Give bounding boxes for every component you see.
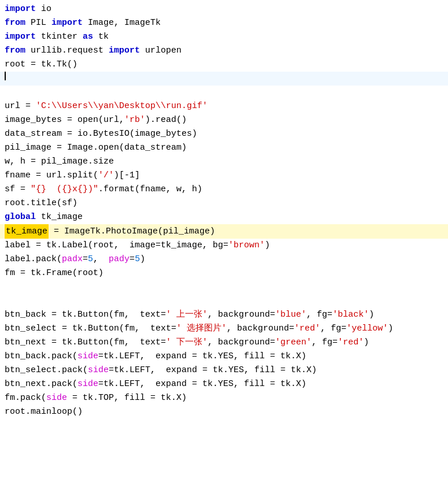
keyword: as	[83, 30, 93, 43]
code-line-24: btn_select.pack(side=tk.LEFT, expand = t…	[0, 363, 448, 377]
keyword: from	[5, 44, 25, 57]
keyword: import	[51, 16, 83, 29]
keyword: import	[109, 44, 140, 57]
code-line-4: from urllib.request import urlopen	[0, 44, 448, 58]
string-literal: ' 选择图片'	[176, 322, 227, 335]
code-line-16: tk_image = ImageTk.PhotoImage(pil_image)	[0, 224, 448, 239]
param: side	[88, 363, 109, 377]
string-literal: 'red'	[338, 336, 364, 349]
code-line-13: sf = "{} ({}x{})".format(fname, w, h)	[0, 183, 448, 196]
text-cursor	[5, 72, 6, 80]
code-line-15: global tk_image	[0, 210, 448, 224]
code-editor[interactable]: import io from PIL import Image, ImageTk…	[0, 0, 448, 486]
string-literal: 'rb'	[124, 113, 145, 127]
code-line-5: root = tk.Tk()	[0, 58, 448, 72]
code-line-11: w, h = pil_image.size	[0, 155, 448, 169]
code-line-17: label = tk.Label(root, image=tk_image, b…	[0, 239, 448, 253]
string-literal: 'black'	[332, 308, 369, 321]
string-literal: 'blue'	[275, 308, 306, 321]
number-literal: 5	[135, 253, 140, 266]
string-literal: ' 上一张'	[166, 308, 208, 321]
string-literal: 'yellow'	[346, 322, 388, 335]
code-line-23: btn_back.pack(side=tk.LEFT, expand = tk.…	[0, 350, 448, 363]
code-line-12: fname = url.split('/')[-1]	[0, 169, 448, 183]
keyword: import	[5, 2, 36, 16]
code-line-18: label.pack(padx=5, pady=5)	[0, 253, 448, 266]
number-literal: 5	[88, 253, 93, 266]
param: side	[46, 391, 67, 405]
param: side	[77, 350, 98, 363]
code-line-10: pil_image = Image.open(data_stream)	[0, 141, 448, 155]
keyword: from	[5, 16, 25, 29]
code-line-26: fm.pack(side = tk.TOP, fill = tk.X)	[0, 391, 448, 405]
string-literal: "{} ({}x{})"	[31, 183, 98, 196]
code-line-9: data_stream = io.BytesIO(image_bytes)	[0, 127, 448, 141]
string-literal: '/'	[98, 169, 114, 182]
code-line-6	[0, 72, 448, 86]
code-line-blank-3	[0, 294, 448, 308]
code-line-blank-2	[0, 280, 448, 294]
code-line-27: root.mainloop()	[0, 405, 448, 419]
code-line-1: import io	[0, 2, 448, 16]
code-line-3: import tkinter as tk	[0, 30, 448, 44]
keyword: global	[5, 210, 36, 224]
code-line-14: root.title(sf)	[0, 196, 448, 210]
code-line-19: fm = tk.Frame(root)	[0, 266, 448, 280]
highlighted-var: tk_image	[5, 224, 49, 239]
string-literal: 'red'	[294, 322, 320, 335]
code-line-blank-1	[0, 86, 448, 99]
param: side	[77, 377, 98, 391]
string-literal: 'brown'	[228, 239, 265, 252]
code-line-2: from PIL import Image, ImageTk	[0, 16, 448, 30]
param: padx	[62, 253, 83, 266]
param: pady	[109, 253, 129, 266]
code-line-7: url = 'C:\\Users\\yan\Desktop\\run.gif'	[0, 99, 448, 113]
code-line-8: image_bytes = open(url,'rb').read()	[0, 113, 448, 127]
code-line-21: btn_select = tk.Button(fm, text=' 选择图片',…	[0, 322, 448, 336]
string-literal: ' 下一张'	[166, 336, 208, 349]
string-literal: 'green'	[275, 336, 312, 349]
keyword: import	[5, 30, 36, 43]
code-line-20: btn_back = tk.Button(fm, text=' 上一张', ba…	[0, 308, 448, 322]
code-line-22: btn_next = tk.Button(fm, text=' 下一张', ba…	[0, 336, 448, 350]
string-literal: 'C:\\Users\\yan\Desktop\\run.gif'	[36, 99, 208, 113]
code-line-25: btn_next.pack(side=tk.LEFT, expand = tk.…	[0, 377, 448, 391]
